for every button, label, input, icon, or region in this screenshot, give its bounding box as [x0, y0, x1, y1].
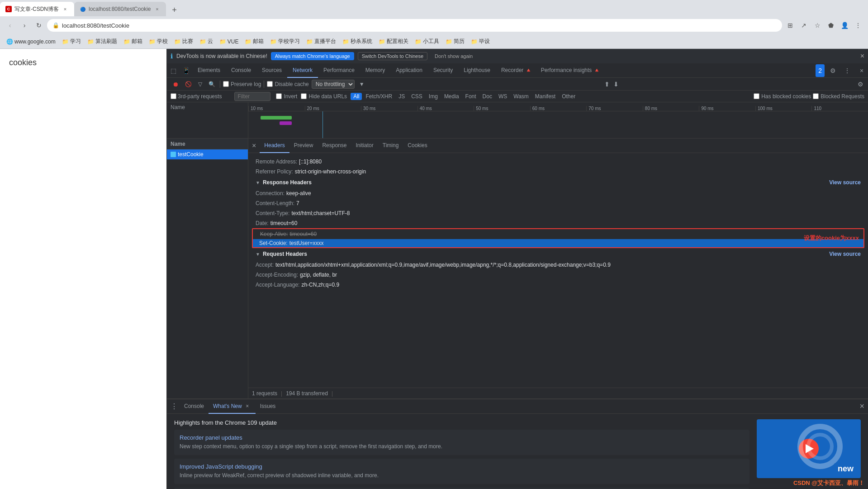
tab-lighthouse[interactable]: Lighthouse [458, 63, 496, 78]
bookmark-cloud[interactable]: 📁 云 [197, 37, 216, 46]
disable-cache-input[interactable] [267, 81, 273, 87]
throttle-icon[interactable]: ▼ [357, 80, 366, 88]
request-item-testcookie[interactable]: testCookie [167, 149, 248, 159]
invert-checkbox[interactable]: Invert [276, 93, 297, 100]
tab-performance[interactable]: Performance [318, 63, 360, 78]
preserve-log-checkbox[interactable]: Preserve log [223, 81, 261, 87]
refresh-button[interactable]: ↻ [33, 19, 45, 32]
type-img[interactable]: Img [426, 93, 441, 100]
bookmark-live[interactable]: 📁 直播平台 [304, 37, 339, 46]
bookmark-button[interactable]: ☆ [811, 19, 824, 32]
request-view-source[interactable]: View source [829, 251, 861, 257]
share-button[interactable]: ↗ [797, 19, 810, 32]
address-input[interactable]: 🔒 localhost:8080/testCookie [47, 19, 782, 32]
bookmark-resume[interactable]: 📁 简历 [443, 37, 467, 46]
tab-csdn[interactable]: C 写文章-CSDN博客 × [0, 2, 74, 16]
throttle-select[interactable]: No throttling [312, 80, 355, 89]
whats-new-close[interactable]: × [244, 403, 251, 410]
type-doc[interactable]: Doc [480, 93, 495, 100]
bookmark-vue[interactable]: 📁 VUE [217, 38, 242, 46]
extensions-button[interactable]: ⬟ [825, 19, 837, 32]
bookmark-google[interactable]: 🌐 www.google.com [4, 38, 58, 46]
request-headers-section[interactable]: ▼ Request Headers View source [248, 248, 868, 260]
whats-new-item-3[interactable]: Go to symbols for TypeScript [174, 488, 749, 489]
translate-button[interactable]: ⊞ [784, 19, 797, 32]
type-media[interactable]: Media [441, 93, 462, 100]
tab-security[interactable]: Security [428, 63, 458, 78]
has-blocked-input[interactable] [754, 93, 759, 99]
type-wasm[interactable]: Wasm [511, 93, 531, 100]
type-ws[interactable]: WS [496, 93, 510, 100]
type-fetch-xhr[interactable]: Fetch/XHR [363, 93, 395, 100]
close-devtools-button[interactable]: × [855, 64, 868, 77]
dont-show-button[interactable]: Don't show again [431, 53, 476, 60]
profile-button[interactable]: 👤 [838, 19, 851, 32]
bp-tab-whats-new[interactable]: What's New × [209, 399, 256, 414]
filter-text-input[interactable] [234, 92, 270, 101]
blocked-requests-input[interactable] [813, 93, 819, 99]
tab-elements[interactable]: Elements [192, 63, 226, 78]
search-button[interactable]: 🔍 [207, 80, 217, 88]
bottom-panel-close[interactable]: × [858, 400, 866, 413]
hide-data-urls-input[interactable] [301, 93, 307, 99]
issues-badge[interactable]: 2 [816, 64, 825, 77]
import-button[interactable]: ⬆ [603, 80, 611, 89]
bookmark-mail1[interactable]: 📁 邮箱 [121, 37, 145, 46]
tab-performance-insights[interactable]: Performance insights 🔺 [537, 63, 604, 78]
record-button[interactable]: ⏺ [171, 80, 180, 89]
switch-chinese-button[interactable]: Switch DevTools to Chinese [358, 52, 427, 60]
new-tab-button[interactable]: + [168, 4, 180, 16]
disable-cache-checkbox[interactable]: Disable cache [267, 81, 308, 87]
preserve-log-input[interactable] [223, 81, 229, 87]
clear-button[interactable]: 🚫 [183, 80, 194, 88]
filter-icon-button[interactable]: ▽ [196, 80, 204, 88]
type-other[interactable]: Other [559, 93, 578, 100]
details-tab-initiator[interactable]: Initiator [351, 139, 378, 153]
bookmark-school[interactable]: 📁 学校 [146, 37, 171, 46]
details-close-button[interactable]: × [252, 142, 256, 150]
device-mode-button[interactable]: 📱 [180, 64, 192, 77]
bookmark-contest[interactable]: 📁 比赛 [171, 37, 196, 46]
bp-tab-issues[interactable]: Issues [256, 399, 280, 414]
hide-data-urls-checkbox[interactable]: Hide data URLs [301, 93, 347, 100]
third-party-input[interactable] [171, 93, 176, 99]
bookmark-seckill[interactable]: 📁 秒杀系统 [340, 37, 375, 46]
whats-new-item-1[interactable]: Recorder panel updates New step context … [174, 430, 749, 455]
export-button[interactable]: ⬇ [612, 80, 620, 89]
details-tab-cookies[interactable]: Cookies [403, 139, 432, 153]
settings-button[interactable]: ⚙ [826, 64, 839, 77]
details-tab-timing[interactable]: Timing [378, 139, 403, 153]
menu-button[interactable]: ⋮ [852, 19, 864, 32]
blocked-requests-checkbox[interactable]: Blocked Requests [813, 93, 864, 100]
response-headers-section[interactable]: ▼ Response Headers View source [248, 177, 868, 188]
bottom-panel-menu[interactable]: ⋮ [169, 400, 180, 412]
tab-application[interactable]: Application [390, 63, 428, 78]
response-view-source[interactable]: View source [829, 179, 861, 186]
tab-memory[interactable]: Memory [360, 63, 390, 78]
back-button[interactable]: ‹ [4, 19, 16, 32]
type-font[interactable]: Font [463, 93, 479, 100]
details-tab-response[interactable]: Response [318, 139, 351, 153]
invert-input[interactable] [276, 93, 282, 99]
tab-network[interactable]: Network [287, 63, 318, 78]
more-button[interactable]: ⋮ [841, 64, 854, 77]
notification-close[interactable]: × [860, 52, 864, 60]
whats-new-item-2[interactable]: Improved JavaScript debugging Inline pre… [174, 459, 749, 484]
tab-console[interactable]: Console [226, 63, 256, 78]
tab-localhost-close[interactable]: × [153, 5, 161, 13]
bookmark-config[interactable]: 📁 配置相关 [376, 37, 411, 46]
bookmark-school-study[interactable]: 📁 学校学习 [267, 37, 303, 46]
type-css[interactable]: CSS [408, 93, 425, 100]
details-tab-preview[interactable]: Preview [289, 139, 318, 153]
bookmark-tools[interactable]: 📁 小工具 [412, 37, 442, 46]
has-blocked-checkbox[interactable]: Has blocked cookies [754, 93, 811, 100]
bookmark-graduation[interactable]: 📁 毕设 [468, 37, 493, 46]
type-manifest[interactable]: Manifest [532, 93, 558, 100]
inspect-element-button[interactable]: ⬚ [167, 64, 180, 77]
bookmark-algo[interactable]: 📁 算法刷题 [85, 37, 120, 46]
bp-tab-console[interactable]: Console [180, 399, 209, 414]
tab-recorder[interactable]: Recorder 🔺 [496, 63, 537, 78]
type-js[interactable]: JS [396, 93, 408, 100]
tab-csdn-close[interactable]: × [62, 5, 69, 13]
tab-sources[interactable]: Sources [256, 63, 287, 78]
